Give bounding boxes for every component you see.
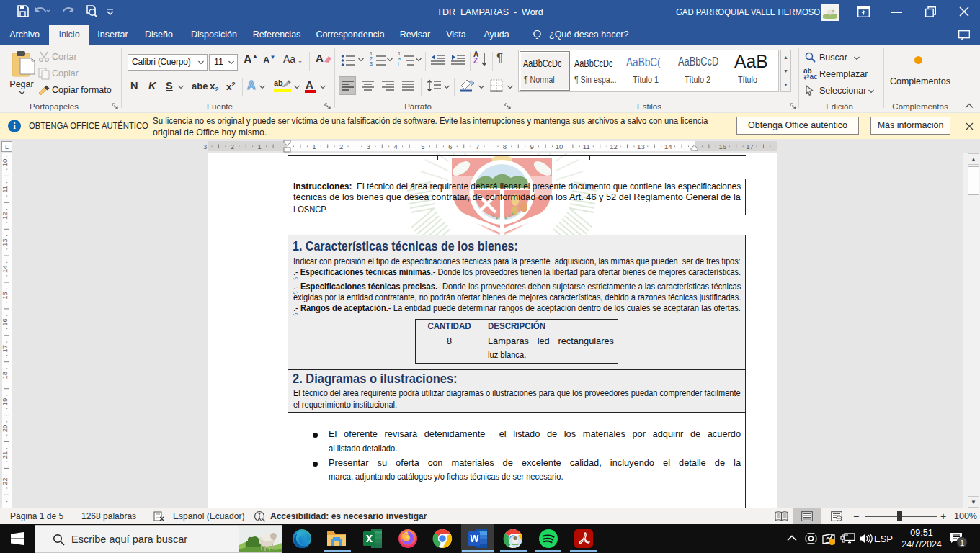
svg-text:14: 14: [1, 265, 9, 273]
svg-text:21: 21: [1, 451, 9, 459]
svg-text:1: 1: [258, 143, 262, 150]
svg-text:16: 16: [1, 318, 9, 326]
svg-text:16: 16: [719, 143, 727, 150]
svg-text:2: 2: [339, 143, 343, 150]
svg-text:4: 4: [394, 143, 398, 150]
svg-text:11: 11: [1, 186, 9, 193]
svg-text:14: 14: [664, 143, 672, 150]
svg-text:2: 2: [231, 143, 234, 150]
svg-text:3: 3: [367, 143, 370, 150]
svg-text:17: 17: [746, 143, 754, 150]
svg-text:10: 10: [1, 159, 9, 167]
svg-text:17: 17: [1, 345, 9, 353]
svg-text:22: 22: [1, 478, 9, 486]
svg-text:19: 19: [1, 398, 9, 406]
svg-text:7: 7: [476, 143, 479, 150]
svg-text:1: 1: [960, 539, 964, 547]
svg-text:13: 13: [1, 238, 9, 246]
svg-text:8: 8: [503, 143, 507, 150]
svg-text:12: 12: [1, 212, 9, 220]
svg-text:3: 3: [203, 143, 207, 150]
svg-text:20: 20: [1, 425, 9, 433]
svg-text:6: 6: [448, 143, 452, 150]
svg-text:1: 1: [312, 143, 316, 150]
svg-text:15: 15: [1, 292, 9, 300]
svg-text:12: 12: [610, 143, 618, 150]
svg-text:10: 10: [556, 143, 564, 150]
svg-text:9: 9: [530, 143, 534, 150]
svg-text:18: 18: [1, 372, 9, 379]
svg-text:5: 5: [421, 143, 424, 150]
svg-text:11: 11: [583, 143, 590, 150]
svg-text:13: 13: [637, 143, 645, 150]
